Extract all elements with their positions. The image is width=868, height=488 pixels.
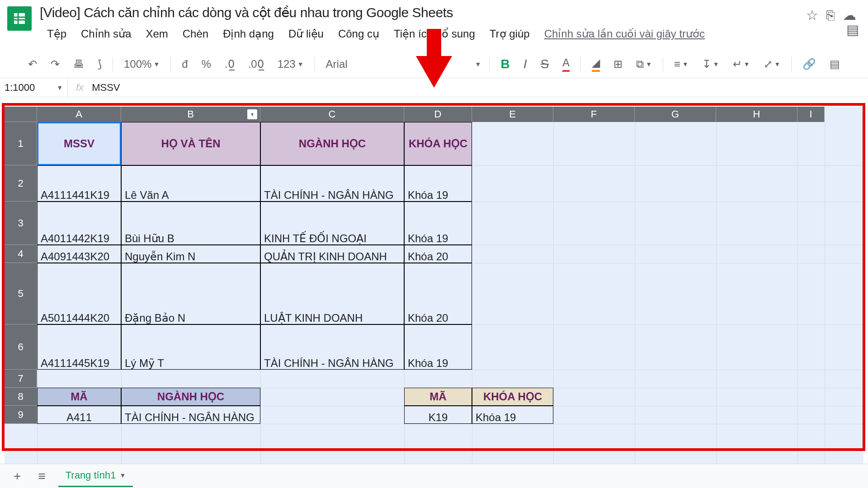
column-header-D[interactable]: D	[404, 107, 472, 122]
strikethrough-button[interactable]: S	[538, 55, 552, 73]
row-header-2[interactable]: 2	[5, 165, 37, 202]
cell-nganhhoc[interactable]: TÀI CHÍNH - NGÂN HÀNG	[260, 324, 404, 370]
cell-nganhhoc[interactable]: KINH TẾ ĐỐI NGOẠI	[260, 202, 404, 245]
all-sheets-button[interactable]: ≡	[33, 467, 50, 485]
number-format-dropdown[interactable]: 123▼	[275, 56, 307, 72]
cell-khoahoc[interactable]: Khóa 19	[404, 165, 472, 202]
cell-lookup2-v1[interactable]: K19	[404, 406, 472, 424]
column-header-A[interactable]: A	[37, 107, 121, 122]
sheets-logo[interactable]	[7, 6, 32, 31]
row-header-6[interactable]: 6	[5, 324, 37, 370]
menu-file[interactable]: Tệp	[40, 25, 74, 43]
cell-nganhhoc[interactable]: LUẬT KINH DOANH	[260, 263, 404, 324]
undo-button[interactable]: ↶	[25, 56, 40, 72]
v-align-button[interactable]: ↧ ▼	[699, 56, 722, 72]
row-header-9[interactable]: 9	[5, 406, 37, 424]
rotate-button[interactable]: ⤢ ▼	[761, 56, 783, 72]
cell-header-nganhhoc[interactable]: NGÀNH HỌC	[260, 122, 404, 165]
sheet-tab-1[interactable]: Trang tính1 ▼	[58, 465, 133, 487]
name-box[interactable]: 1:1000▼	[0, 78, 68, 97]
comment-button[interactable]: ▤	[827, 56, 843, 72]
row-header-7[interactable]: 7	[5, 370, 37, 388]
menu-view[interactable]: Xem	[138, 25, 175, 43]
row-header-5[interactable]: 5	[5, 263, 37, 324]
select-all-corner[interactable]	[5, 107, 37, 122]
cell-hovaten[interactable]: Đặng Bảo N	[121, 263, 260, 324]
cell-mssv[interactable]: A4111441K19	[37, 165, 121, 202]
add-sheet-button[interactable]: +	[9, 467, 25, 485]
bold-button[interactable]: B	[498, 55, 512, 73]
paint-format-button[interactable]: ⟆	[95, 56, 104, 72]
cell-hovaten[interactable]: Bùi Hữu B	[121, 202, 260, 245]
column-header-C[interactable]: C	[260, 107, 404, 122]
menu-edit[interactable]: Chỉnh sửa	[74, 25, 138, 43]
cell-mssv[interactable]: A4011442K19	[37, 202, 121, 245]
cell-header-khoahoc[interactable]: KHÓA HỌC	[404, 122, 472, 165]
cell-header-hovaten[interactable]: HỌ VÀ TÊN	[121, 122, 260, 165]
cell-hovaten[interactable]: Nguyễn Kim N	[121, 245, 260, 263]
menu-tools[interactable]: Công cụ	[331, 25, 387, 43]
column-header-H[interactable]: H	[716, 107, 797, 122]
column-header-E[interactable]: E	[472, 107, 553, 122]
column-header-I[interactable]: I	[797, 107, 825, 122]
borders-button[interactable]: ⊞	[611, 56, 625, 72]
cell-lookup1-h2[interactable]: NGÀNH HỌC	[121, 388, 260, 406]
cell-khoahoc[interactable]: Khóa 19	[404, 324, 472, 370]
row-header-4[interactable]: 4	[5, 245, 37, 263]
text-color-button[interactable]: A	[560, 55, 572, 74]
currency-button[interactable]: đ	[179, 56, 190, 72]
cell-mssv[interactable]: A5011444K20	[37, 263, 121, 324]
menu-insert[interactable]: Chèn	[175, 25, 216, 43]
comments-icon[interactable]: ▤	[846, 22, 859, 38]
increase-decimal-button[interactable]: .00̲	[245, 56, 267, 72]
star-icon[interactable]: ☆	[806, 7, 818, 23]
font-dropdown[interactable]: Arial	[323, 56, 396, 72]
percent-button[interactable]: %	[199, 56, 214, 72]
spreadsheet-grid[interactable]: AB▾CDEFGHI 123456789MSSVHỌ VÀ TÊNNGÀNH H…	[5, 107, 863, 464]
cell-mssv[interactable]: A4091443K20	[37, 245, 121, 263]
link-button[interactable]: 🔗	[800, 56, 819, 72]
document-title[interactable]: [Video] Cách căn chỉnh các dòng và cột đ…	[40, 5, 806, 20]
column-header-F[interactable]: F	[553, 107, 635, 122]
italic-button[interactable]: I	[521, 55, 530, 73]
cell-lookup2-h2[interactable]: KHÓA HỌC	[472, 388, 553, 406]
cell-mssv[interactable]: A4111445K19	[37, 324, 121, 370]
cell-khoahoc[interactable]: Khóa 20	[404, 245, 472, 263]
filter-icon[interactable]: ▾	[247, 109, 257, 119]
cell-nganhhoc[interactable]: QUẢN TRỊ KINH DOANH	[260, 245, 404, 263]
cloud-icon[interactable]: ☁	[843, 7, 856, 23]
print-button[interactable]: 🖶	[71, 56, 87, 72]
column-header-G[interactable]: G	[635, 107, 716, 122]
cell-khoahoc[interactable]: Khóa 19	[404, 202, 472, 245]
row-header-1[interactable]: 1	[5, 122, 37, 165]
formula-value[interactable]: MSSV	[92, 82, 120, 94]
cell-header-mssv[interactable]: MSSV	[37, 122, 121, 165]
fill-color-button[interactable]: ◢	[589, 55, 603, 74]
cell-lookup1-h1[interactable]: MÃ	[37, 388, 121, 406]
cell-khoahoc[interactable]: Khóa 20	[404, 263, 472, 324]
cell-hovaten[interactable]: Lý Mỹ T	[121, 324, 260, 370]
sheet-tab-menu-icon[interactable]: ▼	[119, 472, 126, 479]
cell-hovaten[interactable]: Lê Văn A	[121, 165, 260, 202]
menu-addons[interactable]: Tiện ích bổ sung	[387, 25, 482, 43]
menu-data[interactable]: Dữ liệu	[281, 25, 331, 43]
cell-lookup1-v2[interactable]: TÀI CHÍNH - NGÂN HÀNG	[121, 406, 260, 424]
cell-lookup2-h1[interactable]: MÃ	[404, 388, 472, 406]
merge-button[interactable]: ⧉ ▼	[633, 56, 655, 72]
row-header-3[interactable]: 3	[5, 202, 37, 245]
h-align-button[interactable]: ≡ ▼	[671, 56, 691, 72]
menu-help[interactable]: Trợ giúp	[482, 25, 537, 43]
redo-button[interactable]: ↷	[48, 56, 62, 72]
zoom-dropdown[interactable]: 100% ▼	[121, 56, 162, 72]
row-header-8[interactable]: 8	[5, 388, 37, 406]
move-icon[interactable]: ⎘	[826, 8, 835, 23]
menu-format[interactable]: Định dạng	[216, 25, 281, 43]
cell-lookup1-v1[interactable]: A411	[37, 406, 121, 424]
wrap-button[interactable]: ↵ ▼	[730, 56, 753, 72]
font-size-dropdown[interactable]: ▼	[475, 61, 481, 68]
cell-lookup2-v2[interactable]: Khóa 19	[472, 406, 553, 424]
decrease-decimal-button[interactable]: .0̲	[222, 56, 237, 72]
cell-nganhhoc[interactable]: TÀI CHÍNH - NGÂN HÀNG	[260, 165, 404, 202]
column-header-B[interactable]: B▾	[121, 107, 260, 122]
last-edit-link[interactable]: Chỉnh sửa lần cuối vài giây trước	[537, 25, 712, 43]
